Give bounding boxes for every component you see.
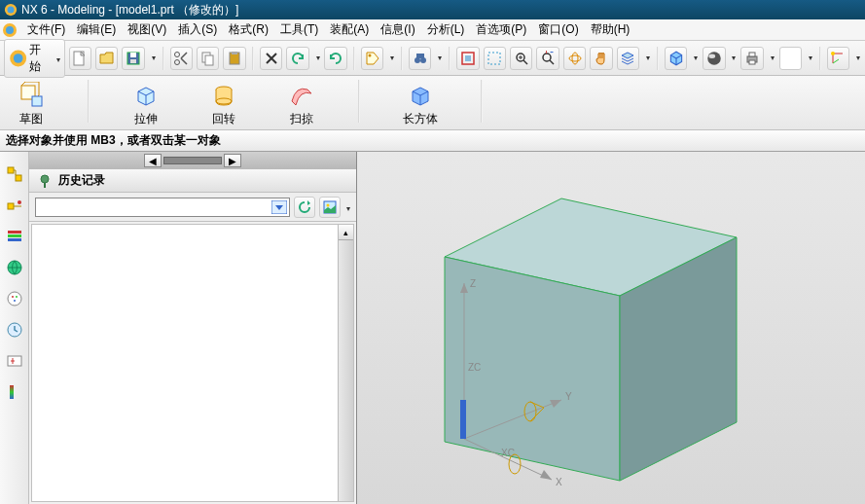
paste-button[interactable] — [223, 47, 245, 70]
revolve-button[interactable]: 回转 — [202, 80, 245, 129]
start-button[interactable]: 开始 — [4, 39, 65, 78]
rotate-view-button[interactable] — [563, 47, 586, 70]
sep — [819, 47, 821, 70]
pan-button[interactable] — [590, 47, 612, 70]
menu-tools[interactable]: 工具(T) — [274, 19, 324, 40]
zoom-io-button[interactable]: +- — [536, 47, 559, 70]
wcs-icon — [829, 50, 847, 67]
menu-info[interactable]: 信息(I) — [375, 19, 420, 40]
nav-history-icon[interactable] — [4, 319, 25, 341]
split-track[interactable] — [163, 157, 222, 164]
delete-button[interactable] — [260, 47, 282, 70]
nav-gradient-icon[interactable] — [4, 381, 25, 403]
svg-point-29 — [707, 52, 721, 65]
sketch-label: 草图 — [19, 111, 43, 127]
scrollbar[interactable]: ▴ — [338, 225, 353, 501]
sketch-button[interactable]: 草图 — [10, 80, 53, 129]
copy-button[interactable] — [197, 47, 219, 70]
svg-point-47 — [8, 292, 21, 306]
hand-icon — [594, 51, 609, 66]
sep — [358, 80, 360, 123]
print-dropdown[interactable] — [768, 54, 775, 62]
nav-part-icon[interactable] — [4, 163, 25, 185]
zoom-io-icon: +- — [540, 51, 556, 66]
image-dropdown[interactable] — [344, 200, 350, 214]
wcs-button[interactable] — [827, 47, 849, 70]
menu-help[interactable]: 帮助(H) — [585, 19, 636, 40]
chevron-down-icon — [54, 52, 60, 65]
nav-browser-icon[interactable] — [4, 257, 25, 278]
svg-point-16 — [368, 54, 371, 56]
tag-button[interactable] — [361, 47, 383, 70]
history-dropdown[interactable] — [35, 198, 290, 217]
binoculars-button[interactable] — [409, 47, 431, 70]
save-dropdown[interactable] — [149, 54, 157, 62]
nav-roles-icon[interactable] — [4, 288, 25, 309]
zoom-button[interactable] — [510, 47, 532, 70]
pin-icon[interactable] — [37, 173, 53, 189]
extrude-icon — [132, 82, 160, 109]
split-right-button[interactable]: ▶ — [224, 154, 241, 167]
menu-prefs[interactable]: 首选项(P) — [470, 19, 532, 40]
svg-rect-53 — [10, 385, 14, 399]
undo-button[interactable] — [286, 47, 308, 70]
cube-dropdown[interactable] — [691, 54, 699, 62]
splitter[interactable]: ◀ ▶ — [29, 152, 356, 169]
binoculars-dropdown[interactable] — [435, 54, 443, 62]
start-icon — [9, 49, 27, 68]
undo-dropdown[interactable] — [313, 54, 321, 62]
viewport[interactable]: Z ZC Y X XC — [356, 152, 865, 504]
panel-tools — [29, 193, 356, 222]
menu-format[interactable]: 格式(R) — [223, 19, 274, 40]
refresh-button[interactable] — [294, 197, 315, 218]
cube-solid-button[interactable] — [665, 47, 687, 70]
new-doc-icon — [72, 51, 88, 66]
layers-button[interactable] — [617, 47, 639, 70]
cut-button[interactable] — [170, 47, 193, 70]
sweep-button[interactable]: 扫掠 — [280, 80, 323, 129]
split-left-button[interactable]: ◀ — [144, 154, 162, 167]
wcs-dropdown[interactable] — [853, 54, 861, 62]
region-button[interactable] — [484, 47, 506, 70]
scroll-up-button[interactable]: ▴ — [339, 225, 353, 240]
menu-analyze[interactable]: 分析(L) — [421, 19, 471, 40]
tag-dropdown[interactable] — [387, 54, 395, 62]
shaded-dropdown[interactable] — [730, 54, 738, 62]
menu-file[interactable]: 文件(F) — [21, 19, 71, 40]
menu-insert[interactable]: 插入(S) — [172, 19, 223, 40]
svg-point-10 — [175, 52, 180, 56]
fit-button[interactable] — [456, 47, 479, 70]
color-swatch-button[interactable] — [779, 47, 802, 70]
tag-icon — [365, 51, 380, 66]
shaded-button[interactable] — [703, 47, 725, 70]
menu-edit[interactable]: 编辑(E) — [71, 19, 122, 40]
image-button[interactable] — [319, 197, 341, 218]
nav-assembly-icon[interactable] — [4, 195, 25, 216]
svg-point-34 — [831, 52, 835, 55]
title-text: NX 6 - Modeling - [model1.prt （修改的）] — [21, 2, 238, 18]
layers-dropdown[interactable] — [643, 54, 651, 62]
nav-layers-icon[interactable] — [4, 226, 25, 247]
menu-window[interactable]: 窗口(O) — [532, 19, 584, 40]
print-button[interactable] — [740, 47, 763, 70]
menu-view[interactable]: 视图(V) — [122, 19, 172, 40]
new-button[interactable] — [69, 47, 91, 70]
panel-title: 历史记录 — [58, 172, 105, 189]
cuboid-button[interactable]: 长方体 — [395, 80, 446, 129]
open-button[interactable] — [95, 47, 118, 70]
history-list[interactable]: ▴ — [31, 224, 354, 502]
svg-point-5 — [14, 54, 23, 63]
svg-rect-19 — [416, 54, 424, 58]
nav-collapse-icon[interactable] — [4, 350, 25, 372]
color-dropdown[interactable] — [806, 54, 813, 62]
save-button[interactable] — [122, 47, 144, 70]
extrude-button[interactable]: 拉伸 — [125, 80, 167, 129]
redo-button[interactable] — [324, 47, 346, 70]
refresh-icon — [298, 200, 311, 214]
svg-point-27 — [569, 55, 581, 61]
svg-point-28 — [572, 53, 578, 64]
menu-assemble[interactable]: 装配(A) — [324, 19, 375, 40]
sep — [353, 47, 355, 70]
model-cube[interactable] — [435, 179, 766, 490]
app-orb-icon[interactable] — [2, 22, 18, 38]
